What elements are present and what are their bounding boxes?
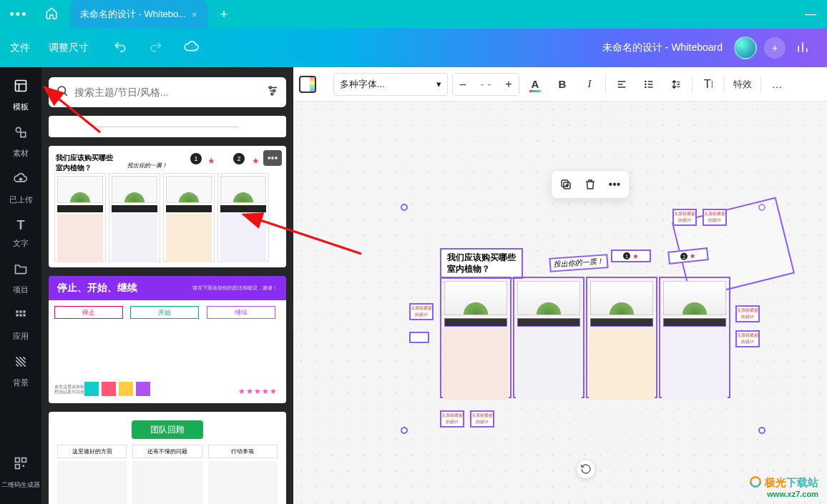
templates-panel: ••• 我们应该购买哪些室内植物？ 投出你的一票！ 1 2 ★ ★ 停止、开始、… (41, 67, 293, 504)
rail-background-label: 背景 (13, 378, 29, 387)
canvas-text-headline[interactable]: 我们应该购买哪些室内植物？ (440, 248, 523, 279)
close-tab-icon[interactable]: × (192, 9, 197, 20)
canvas-column[interactable] (440, 277, 512, 398)
star-icon: ★ (207, 156, 215, 166)
search-icon (56, 84, 69, 100)
number-badge: 1 (190, 153, 202, 164)
svg-point-16 (271, 93, 273, 95)
template-card-stopstart[interactable]: 停止、开始、继续请在下面添加你的想法和建议，谢谢！ 停止 开始 继续 点击这里添… (49, 276, 286, 403)
cloud-sync-icon[interactable] (179, 39, 205, 57)
resize-handle[interactable] (758, 427, 765, 434)
menu-file[interactable]: 文件 (10, 41, 30, 54)
canvas-column[interactable] (659, 277, 730, 398)
tab-title: 未命名的设计 - Whitebo... (80, 8, 186, 21)
user-avatar[interactable] (734, 36, 757, 59)
canvas-sticky-note[interactable]: 关系很紧密的设计 (735, 330, 760, 347)
rail-projects[interactable]: 项目 (0, 256, 41, 302)
resize-handle[interactable] (401, 427, 408, 434)
canvas-sticky-note[interactable]: 关系很紧密的设计 (735, 305, 760, 322)
new-tab-button[interactable]: + (220, 7, 228, 22)
uploads-icon (0, 172, 41, 189)
rail-elements[interactable]: 素材 (0, 119, 41, 166)
svg-rect-8 (23, 314, 25, 316)
rail-background[interactable]: 背景 (0, 349, 41, 395)
svg-rect-4 (19, 310, 21, 312)
redo-button[interactable] (143, 40, 169, 56)
rail-uploads[interactable]: 已上传 (0, 166, 41, 212)
svg-point-15 (273, 90, 275, 92)
delete-button[interactable] (580, 174, 600, 194)
stars-icon: ★★★★★ (238, 387, 278, 396)
more-button[interactable]: … (765, 73, 788, 96)
template-card-team[interactable]: 团队回顾 这里做好的方面 还有不懂的问题 行动事项 (49, 412, 286, 504)
canvas-sticky-note[interactable]: 关系很紧密的设计 (672, 209, 697, 226)
color-picker-button[interactable] (299, 76, 316, 93)
resize-handle[interactable] (401, 204, 408, 211)
template-search[interactable] (49, 77, 286, 107)
align-button[interactable] (610, 73, 633, 96)
star-icon: ★ (252, 156, 260, 166)
rail-elements-label: 素材 (13, 149, 29, 157)
share-add-button[interactable]: + (764, 37, 786, 59)
template-options-button[interactable]: ••• (263, 150, 282, 166)
canvas-column[interactable] (586, 277, 657, 398)
filter-icon[interactable] (266, 84, 279, 100)
template-card[interactable] (49, 116, 286, 137)
template-plants-title: 我们应该购买哪些室内植物？ (56, 153, 113, 173)
background-icon (0, 355, 41, 372)
template-plants-vote: 投出你的一票！ (127, 162, 167, 169)
canvas-text-vote[interactable]: 投出你的一票！ (549, 254, 608, 272)
number-badge: 2 (233, 153, 245, 164)
duplicate-button[interactable] (556, 174, 576, 194)
more-options-button[interactable]: ••• (605, 174, 625, 194)
canvas-sticky-note[interactable]: 关系很紧密的设计 (409, 303, 434, 320)
decrease-button[interactable]: – (453, 74, 473, 95)
text-style-button[interactable]: T| (697, 73, 720, 96)
italic-button[interactable]: I (578, 73, 601, 96)
svg-point-14 (270, 87, 272, 89)
text-color-button[interactable]: A (524, 73, 547, 96)
canvas-sticky-note[interactable]: 关系很紧密的设计 (470, 410, 494, 428)
svg-point-19 (645, 87, 646, 87)
document-title[interactable]: 未命名的设计 - Whiteboard (602, 41, 723, 54)
template-card-plants[interactable]: ••• 我们应该购买哪些室内植物？ 投出你的一票！ 1 2 ★ ★ (49, 146, 286, 267)
rotate-handle[interactable] (576, 459, 596, 479)
whiteboard-canvas[interactable]: ••• 我们应该购买哪些室内植物？ 投出你的一票！ 1★ 2★ 关系很紧密的设计… (293, 102, 827, 504)
document-tab[interactable]: 未命名的设计 - Whitebo... × (70, 0, 207, 29)
canvas-column[interactable] (513, 277, 584, 398)
rail-templates[interactable]: 模板 (0, 73, 41, 119)
rail-text[interactable]: T 文字 (0, 212, 41, 256)
effects-button[interactable]: 特效 (729, 73, 756, 96)
increase-button[interactable]: + (499, 74, 519, 95)
property-toolbar: 多种字体... ▾ – - - + A B I T| 特效 … (293, 67, 827, 102)
home-button[interactable] (37, 6, 66, 22)
projects-icon (0, 262, 41, 280)
rail-text-label: 文字 (13, 239, 29, 247)
rail-projects-label: 项目 (13, 285, 29, 294)
spacing-button[interactable] (665, 73, 687, 96)
window-minimize-button[interactable]: — (794, 0, 827, 29)
list-button[interactable] (637, 73, 660, 96)
svg-rect-9 (16, 458, 20, 463)
svg-rect-7 (19, 314, 21, 316)
template-stop-title: 停止、开始、继续 (57, 282, 137, 295)
rail-qrcode[interactable]: 二维码生成器 (0, 450, 41, 497)
app-menu-button[interactable]: ••• (0, 7, 37, 22)
star-icon: ★ (632, 252, 639, 260)
bold-button[interactable]: B (551, 73, 574, 96)
svg-rect-6 (16, 314, 18, 316)
canvas-sticky-note[interactable]: 关系很紧密的设计 (440, 410, 464, 428)
font-size-stepper[interactable]: – - - + (452, 73, 519, 96)
analytics-button[interactable] (796, 40, 810, 56)
svg-rect-2 (21, 132, 26, 137)
font-selector[interactable]: 多种字体... ▾ (333, 73, 448, 96)
svg-point-1 (16, 127, 21, 132)
canvas-sticky-note[interactable]: 关系很紧密的设计 (703, 209, 727, 226)
canvas-sticky-note[interactable] (409, 332, 429, 343)
search-input[interactable] (74, 87, 266, 98)
rail-apps[interactable]: 应用 (0, 302, 41, 349)
canvas-number-label[interactable]: 1★ (611, 249, 651, 262)
menu-resize[interactable]: 调整尺寸 (49, 41, 89, 54)
undo-button[interactable] (107, 40, 133, 56)
font-size-value[interactable]: - - (473, 78, 499, 91)
